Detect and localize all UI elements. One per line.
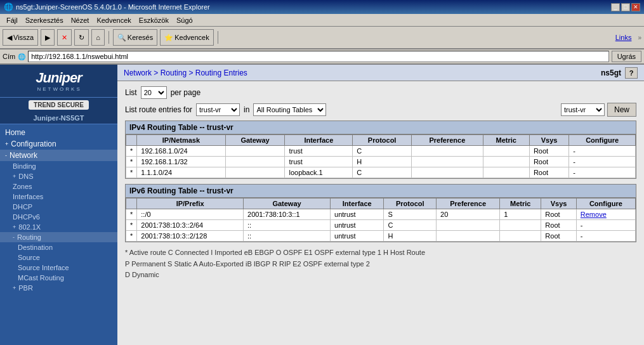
back-button[interactable]: ◀ Vissza: [3, 29, 38, 46]
sidebar-label-configuration: Configuration: [11, 140, 56, 148]
stop-button[interactable]: ✕: [57, 29, 72, 46]
ipv6-row0-protocol: S: [384, 209, 437, 220]
address-label: Cím: [3, 53, 15, 60]
ipv6-row1-vsys: Root: [541, 220, 576, 231]
ipv4-col-star: [126, 135, 137, 146]
ipv6-row1-configure: -: [576, 220, 635, 231]
ipv4-col-interface: Interface: [285, 135, 353, 146]
ipv4-row2-metric: [483, 167, 529, 178]
expand-icon-8021x: +: [13, 224, 16, 230]
breadcrumb-routing-entries: Routing Entries: [195, 68, 247, 77]
juniper-networks-text: NETWORKS: [36, 86, 81, 92]
sidebar-item-dhcp[interactable]: DHCP: [0, 202, 117, 212]
ipv4-row0-gateway: [225, 146, 285, 157]
ipv6-row1-metric: [500, 220, 541, 231]
ipv6-row0-metric: 1: [500, 209, 541, 220]
ipv6-col-configure: Configure: [576, 199, 635, 209]
sidebar-item-source-interface[interactable]: Source Interface: [0, 263, 117, 273]
per-page-select[interactable]: 20 50 100: [141, 86, 167, 99]
menu-view[interactable]: Nézet: [67, 15, 93, 25]
sidebar-label-binding: Binding: [13, 162, 36, 170]
ipv6-header-row: IP/Prefix Gateway Interface Protocol Pre…: [126, 199, 636, 209]
menu-favorites[interactable]: Kedvencek: [93, 15, 135, 25]
ipv4-row0-metric: [483, 146, 529, 157]
search-button[interactable]: 🔍 Keresés: [113, 29, 157, 46]
back-icon: ◀: [7, 34, 12, 42]
sidebar-label-dhcpv6: DHCPv6: [13, 213, 40, 221]
legend-line-3: D Dynamic: [125, 270, 636, 281]
ipv4-header-row: IP/Netmask Gateway Interface Protocol Pr…: [126, 135, 636, 146]
table-select[interactable]: All Routing Tables IPv4 Routing Table IP…: [253, 103, 326, 116]
sidebar-item-zones[interactable]: Zones: [0, 181, 117, 192]
breadcrumb-network[interactable]: Network: [124, 68, 152, 77]
sidebar-label-mcast: MCast Routing: [18, 274, 64, 282]
content-header: Network > Routing > Routing Entries ns5g…: [117, 65, 644, 81]
new-button[interactable]: New: [607, 103, 636, 117]
ipv6-row2-ip: 2001:738:10:3::2/128: [137, 231, 244, 242]
menu-help[interactable]: Súgó: [173, 15, 197, 25]
vr-select[interactable]: trust-vr untrust-vr: [561, 103, 605, 116]
sidebar-item-binding[interactable]: Binding: [0, 161, 117, 171]
ipv6-col-gateway: Gateway: [244, 199, 331, 209]
sidebar-item-interfaces[interactable]: Interfaces: [0, 192, 117, 202]
ipv4-row2-ip: 1.1.1.0/24: [137, 167, 225, 178]
expand-icon-pbr: +: [13, 285, 16, 291]
sidebar-item-routing[interactable]: - Routing: [0, 232, 117, 242]
sidebar-item-configuration[interactable]: + Configuration: [0, 138, 117, 150]
ipv6-row2-protocol: H: [384, 231, 437, 242]
links-button[interactable]: Links: [612, 32, 636, 42]
ipv6-col-protocol: Protocol: [384, 199, 437, 209]
breadcrumb-sep1: >: [154, 68, 160, 77]
ipv6-row0-vsys: Root: [541, 209, 576, 220]
trend-bar: TREND SECURE: [0, 97, 117, 112]
ipv4-table: IP/Netmask Gateway Interface Protocol Pr…: [126, 134, 636, 178]
sidebar-item-destination[interactable]: Destination: [0, 242, 117, 252]
go-button[interactable]: Ugrás: [612, 51, 641, 62]
ipv6-row1-protocol: C: [384, 220, 437, 231]
route-select[interactable]: trust-vr untrust-vr: [196, 103, 240, 116]
address-input[interactable]: [28, 51, 608, 62]
legend: * Active route C Connected I Imported eB…: [125, 247, 636, 281]
ipv6-row0-configure-link[interactable]: Remove: [581, 211, 607, 218]
ipv4-row-1: * 192.168.1.1/32 trust H Root -: [126, 157, 636, 167]
help-button[interactable]: ?: [625, 67, 638, 79]
favorites-button[interactable]: ⭐ Kedvencek: [160, 29, 213, 46]
home-button[interactable]: ⌂: [91, 29, 105, 46]
sidebar-item-home[interactable]: Home: [0, 127, 117, 138]
sidebar-item-8021x[interactable]: + 802.1X: [0, 222, 117, 232]
title-bar: 🌐 ns5gt:Juniper-ScreenOS 5.4.0r1.0 - Mic…: [0, 0, 644, 14]
breadcrumb-routing[interactable]: Routing: [161, 68, 187, 77]
ipv6-col-metric: Metric: [500, 199, 541, 209]
ipv6-row0-preference: 20: [437, 209, 500, 220]
sidebar-label-routing: Routing: [17, 233, 41, 241]
menu-file[interactable]: Fájl: [3, 15, 22, 25]
ipv4-col-protocol: Protocol: [353, 135, 412, 146]
sidebar-nav: Home + Configuration - Network Binding +…: [0, 124, 117, 296]
ipv6-row0-star: *: [126, 209, 137, 220]
sidebar-item-dhcpv6[interactable]: DHCPv6: [0, 212, 117, 222]
ipv4-row2-preference: [412, 167, 483, 178]
sidebar-item-pbr[interactable]: + PBR: [0, 283, 117, 293]
ipv6-row2-metric: [500, 231, 541, 242]
right-controls: trust-vr untrust-vr New: [561, 103, 636, 117]
sidebar-item-network[interactable]: - Network: [0, 150, 117, 161]
ipv6-row0-configure[interactable]: Remove: [576, 209, 635, 220]
sidebar-label-zones: Zones: [13, 183, 32, 190]
maximize-btn[interactable]: □: [621, 3, 630, 11]
menu-tools[interactable]: Eszközök: [135, 15, 173, 25]
sidebar-item-dns[interactable]: + DNS: [0, 171, 117, 181]
refresh-button[interactable]: ↻: [74, 29, 89, 46]
forward-button[interactable]: ▶: [41, 29, 55, 46]
menu-edit[interactable]: Szerkesztés: [22, 15, 67, 25]
sidebar-label-dhcp: DHCP: [13, 203, 32, 211]
close-btn[interactable]: ✕: [631, 3, 640, 11]
in-label: in: [244, 105, 249, 114]
ipv4-row2-star: *: [126, 167, 137, 178]
sidebar-item-source[interactable]: Source: [0, 252, 117, 263]
minimize-btn[interactable]: _: [611, 3, 620, 11]
ipv6-col-preference: Preference: [437, 199, 500, 209]
search-icon: 🔍: [117, 34, 126, 42]
ipv4-row0-ip: 192.168.1.0/24: [137, 146, 225, 157]
sidebar-item-mcast[interactable]: MCast Routing: [0, 273, 117, 283]
per-page-label: per page: [171, 88, 200, 97]
